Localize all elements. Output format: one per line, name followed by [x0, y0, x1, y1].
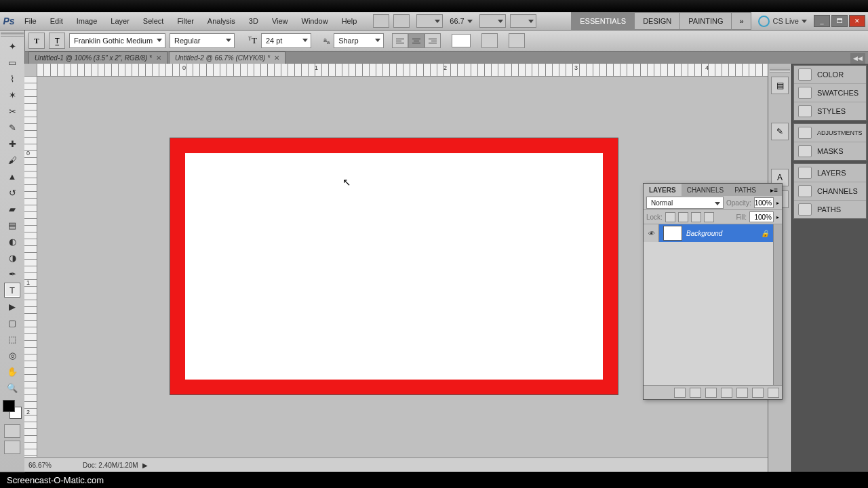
type-tool[interactable]: T — [4, 283, 20, 298]
adjustment-layer-button[interactable] — [721, 388, 732, 398]
minibridge-button[interactable] — [393, 14, 410, 28]
menu-analysis[interactable]: Analysis — [201, 17, 242, 25]
workspace-design[interactable]: DESIGN — [635, 13, 680, 29]
layer-style-button[interactable] — [690, 388, 701, 398]
path-select-tool[interactable]: ▶ — [4, 299, 20, 314]
vertical-ruler[interactable]: 0 1 2 — [24, 76, 37, 457]
history-brush-tool[interactable]: ↺ — [4, 185, 20, 200]
font-style-dropdown[interactable]: Regular — [170, 33, 235, 48]
lock-pixels-icon[interactable] — [678, 212, 688, 222]
color-panel-button[interactable]: COLOR — [794, 66, 866, 84]
healing-tool[interactable]: ✚ — [4, 136, 20, 151]
layers-list[interactable]: 👁 Background 🔒 — [644, 224, 773, 385]
text-color-swatch[interactable] — [452, 34, 471, 47]
lock-all-icon[interactable] — [704, 212, 714, 222]
align-right-button[interactable] — [425, 33, 441, 48]
channels-tab[interactable]: CHANNELS — [682, 184, 729, 196]
window-minimize[interactable]: _ — [814, 15, 830, 27]
layer-row-background[interactable]: 👁 Background 🔒 — [644, 224, 773, 242]
warp-text-button[interactable] — [481, 33, 498, 48]
paths-panel-button[interactable]: PATHS — [794, 201, 866, 218]
layers-scrollbar[interactable] — [773, 224, 782, 385]
menu-edit[interactable]: Edit — [43, 17, 70, 25]
swatches-panel-button[interactable]: SWATCHES — [794, 84, 866, 102]
dock-handle[interactable] — [770, 68, 790, 73]
layer-name[interactable]: Background — [686, 230, 722, 237]
fill-field[interactable]: 100% — [749, 211, 774, 222]
3d-tool[interactable]: ⬚ — [4, 331, 20, 346]
menu-image[interactable]: Image — [70, 17, 104, 25]
brush-tool[interactable]: 🖌 — [4, 152, 20, 167]
layer-mask-button[interactable] — [705, 388, 717, 398]
delete-layer-button[interactable] — [768, 388, 779, 398]
character-panel-toggle[interactable] — [509, 33, 525, 48]
panel-menu[interactable]: ▸≡ — [766, 186, 782, 194]
close-icon[interactable]: ✕ — [274, 54, 279, 62]
font-family-dropdown[interactable]: Franklin Gothic Medium — [69, 33, 165, 48]
font-size-dropdown[interactable]: 24 pt — [261, 33, 311, 48]
doc-tab-1[interactable]: Untitled-1 @ 100% (3.5" x 2", RGB/8) *✕ — [28, 52, 167, 64]
blur-tool[interactable]: ◐ — [4, 234, 20, 249]
horizontal-ruler[interactable]: 0 1 2 3 4 — [37, 64, 768, 77]
close-icon[interactable]: ✕ — [156, 54, 161, 62]
zoom-tool[interactable]: 🔍 — [4, 380, 20, 395]
screen-mode-dropdown[interactable] — [479, 14, 506, 28]
move-tool[interactable]: ✦ — [4, 39, 20, 54]
lasso-tool[interactable]: ⌇ — [4, 71, 20, 86]
current-tool-indicator[interactable]: T — [28, 33, 45, 49]
eyedropper-tool[interactable]: ✎ — [4, 120, 20, 135]
extras-dropdown[interactable] — [510, 14, 536, 28]
history-panel-icon[interactable]: ▤ — [771, 77, 789, 94]
3d-camera-tool[interactable]: ◎ — [4, 348, 20, 363]
doc-info[interactable]: Doc: 2.40M/1.20M — [69, 462, 138, 469]
opacity-field[interactable]: 100% — [754, 197, 774, 208]
screen-mode-button[interactable] — [4, 441, 20, 454]
zoom-level-dropdown[interactable]: 66.7 — [450, 17, 472, 25]
bridge-button[interactable] — [373, 14, 389, 28]
menu-help[interactable]: Help — [335, 17, 364, 25]
link-layers-button[interactable] — [674, 388, 686, 398]
eraser-tool[interactable]: ▰ — [4, 201, 20, 216]
layer-thumbnail[interactable] — [663, 226, 682, 241]
window-maximize[interactable]: 🗖 — [831, 15, 848, 27]
rectangle-tool[interactable]: ▢ — [4, 315, 20, 330]
workspace-painting[interactable]: PAINTING — [680, 13, 732, 29]
document-canvas[interactable] — [170, 138, 618, 394]
masks-panel-button[interactable]: MASKS — [794, 142, 866, 160]
styles-panel-button[interactable]: STYLES — [794, 102, 866, 120]
menu-file[interactable]: File — [18, 17, 43, 25]
blend-mode-dropdown[interactable]: Normal — [646, 197, 724, 209]
quick-mask-toggle[interactable] — [4, 424, 20, 438]
tool-preset-picker[interactable]: T̲ — [49, 33, 65, 49]
crop-tool[interactable]: ✂ — [4, 104, 20, 119]
menu-layer[interactable]: Layer — [104, 17, 136, 25]
new-layer-button[interactable] — [752, 388, 764, 398]
brush-panel-icon[interactable]: ✎ — [771, 123, 789, 140]
dodge-tool[interactable]: ◑ — [4, 250, 20, 265]
doc-tab-2[interactable]: Untitled-2 @ 66.7% (CMYK/8) *✕ — [169, 52, 285, 64]
menu-3d[interactable]: 3D — [242, 17, 265, 25]
workspace-essentials[interactable]: ESSENTIALS — [572, 13, 635, 29]
stamp-tool[interactable]: ▲ — [4, 169, 20, 184]
adjustments-panel-button[interactable]: ADJUSTMENTS — [794, 124, 866, 142]
hand-tool[interactable]: ✋ — [4, 364, 20, 379]
menu-window[interactable]: Window — [295, 17, 335, 25]
tools-handle[interactable] — [1, 32, 24, 37]
align-center-button[interactable] — [408, 33, 425, 48]
align-left-button[interactable] — [392, 33, 408, 48]
marquee-tool[interactable]: ▭ — [4, 55, 20, 70]
lock-position-icon[interactable] — [691, 212, 701, 222]
cs-live-button[interactable]: CS Live — [758, 16, 807, 27]
gradient-tool[interactable]: ▤ — [4, 218, 20, 232]
fg-bg-color[interactable] — [3, 400, 22, 419]
quick-select-tool[interactable]: ✶ — [4, 87, 20, 102]
antialias-dropdown[interactable]: Sharp — [334, 33, 384, 48]
menu-select[interactable]: Select — [136, 17, 171, 25]
channels-panel-button[interactable]: CHANNELS — [794, 182, 866, 201]
arrange-documents-dropdown[interactable] — [416, 14, 443, 28]
layer-group-button[interactable] — [736, 388, 748, 398]
zoom-percent[interactable]: 66.67% — [24, 462, 69, 469]
doc-info-menu[interactable]: ▶ — [142, 462, 148, 469]
paths-tab[interactable]: PATHS — [729, 184, 762, 196]
menu-view[interactable]: View — [265, 17, 295, 25]
